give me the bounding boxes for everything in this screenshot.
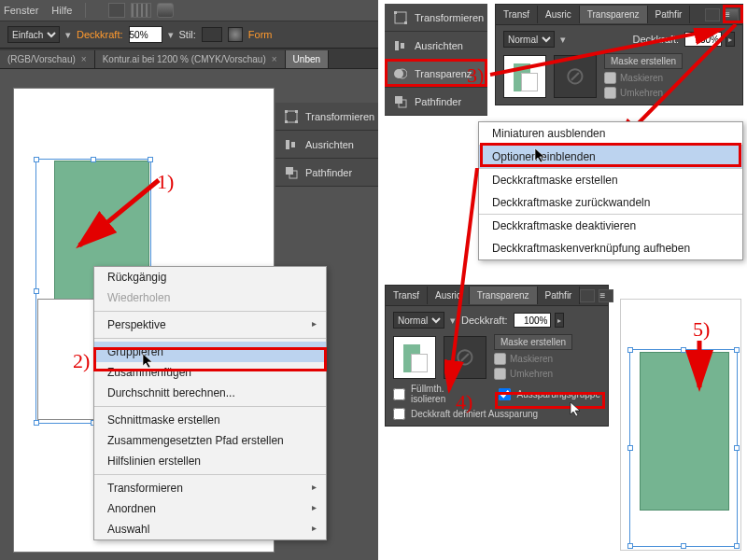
panel-flyout-menu: Miniaturen ausblenden Optionen einblende…	[478, 121, 743, 260]
opacity-flyout-icon[interactable]: ▸	[726, 32, 735, 47]
toolbar-icon-3[interactable]	[157, 3, 174, 18]
ctx-average[interactable]: Durchschnitt berechnen...	[94, 383, 326, 403]
object-thumbnail[interactable]	[503, 55, 546, 98]
ctx-compound-path[interactable]: Zusammengesetzten Pfad erstellen	[94, 430, 326, 451]
menubar-iconbar	[108, 3, 174, 18]
doc-tab-unbenannt[interactable]: Unben	[286, 50, 329, 68]
toolbar-icon-2[interactable]	[131, 3, 151, 18]
menu-help[interactable]: Hilfe	[51, 5, 72, 16]
ctx-clipping-mask[interactable]: Schnittmaske erstellen	[94, 410, 326, 430]
tab-transparenz[interactable]: Transparenz	[580, 6, 648, 23]
result-selection-bounds	[629, 349, 738, 547]
style-icon[interactable]	[228, 27, 243, 42]
tab-ausric[interactable]: Ausric	[428, 287, 470, 304]
stroke-profile-select[interactable]: Einfach	[7, 26, 60, 43]
toolbar-icon-1[interactable]	[108, 3, 125, 18]
svg-rect-12	[404, 21, 407, 24]
style-swatch[interactable]	[202, 27, 222, 42]
annotation-3: 3)	[467, 63, 484, 88]
svg-rect-3	[285, 120, 288, 123]
collapsed-panel-dock: Transformieren Ausrichten Pathfinder	[275, 103, 378, 187]
clip-checkbox	[604, 72, 616, 84]
annotation-4: 4)	[456, 390, 472, 414]
blend-mode-select[interactable]: Normal	[393, 312, 444, 329]
opacity-label: Deckkraft:	[632, 34, 679, 45]
style-label: Stil:	[179, 29, 196, 40]
make-mask-button[interactable]: Maske erstellen	[494, 334, 572, 350]
align-icon	[285, 138, 298, 151]
svg-rect-14	[401, 43, 404, 49]
panel-tab-transform-r[interactable]: Transformieren	[385, 4, 487, 32]
opacity-label: Deckkraft:	[77, 29, 123, 40]
tab-ausric[interactable]: Ausric	[538, 6, 580, 23]
pathfinder-icon	[285, 166, 298, 179]
opacity-label: Deckkraft:	[461, 315, 508, 326]
document-tabstrip: (RGB/Vorschau)× Kontur.ai bei 1200 % (CM…	[0, 49, 378, 69]
align-icon	[394, 39, 407, 52]
make-mask-button[interactable]: Maske erstellen	[604, 53, 683, 69]
panel-tab-transform[interactable]: Transformieren	[275, 103, 378, 131]
mask-thumbnail[interactable]: ⊘	[444, 336, 486, 379]
doc-tab-kontur[interactable]: Kontur.ai bei 1200 % (CMYK/Vorschau)×	[95, 50, 286, 68]
panel-tab-pathfinder-r[interactable]: Pathfinder	[385, 88, 487, 116]
ctx-transform[interactable]: Transformieren	[94, 478, 326, 498]
form-label[interactable]: Form	[248, 29, 273, 40]
ctx-select[interactable]: Auswahl	[94, 519, 326, 539]
opacity-input[interactable]	[684, 32, 722, 47]
ctx-make-guides[interactable]: Hilfslinien erstellen	[94, 451, 326, 471]
annotation-2: 2)	[73, 349, 90, 373]
panel-icon-column: Transformieren Ausrichten Transparenz Pa…	[385, 4, 487, 116]
context-menu: Rückgängig Wiederholen Perspektive Grupp…	[93, 266, 327, 540]
transform-icon	[285, 110, 298, 123]
left-app-region: Fenster Hilfe Einfach ▾ Deckkraft: ▾ Sti…	[0, 0, 378, 560]
tab-pathfinder[interactable]: Pathfir	[538, 287, 581, 304]
pathfinder-icon	[394, 95, 407, 108]
annotation-5: 5)	[693, 317, 710, 342]
svg-rect-2	[295, 110, 298, 113]
invert-checkbox	[494, 368, 506, 380]
isolate-blending-checkbox[interactable]	[393, 388, 405, 400]
close-icon[interactable]: ×	[81, 54, 87, 64]
flyout-unlink-mask[interactable]: Deckkraftmaskenverknüpfung aufheben	[479, 237, 742, 259]
tab-transf[interactable]: Transf	[386, 287, 428, 304]
transparency-panel-expanded: Transf Ausric Transparenz Pathfir ≡ Norm…	[385, 285, 609, 427]
tab-transf[interactable]: Transf	[496, 6, 538, 23]
panel-collapse-icon[interactable]	[705, 8, 720, 21]
close-icon[interactable]: ×	[272, 54, 277, 64]
flyout-hide-thumbs[interactable]: Miniaturen ausblenden	[479, 122, 742, 146]
mask-thumbnail[interactable]: ⊘	[554, 55, 597, 98]
flyout-release-mask[interactable]: Deckkraftmaske zurückwandeln	[479, 191, 742, 215]
knockout-group-checkbox[interactable]	[499, 388, 511, 400]
ctx-undo[interactable]: Rückgängig	[94, 267, 326, 287]
flyout-make-mask[interactable]: Deckkraftmaske erstellen	[479, 169, 742, 191]
panel-menu-icon[interactable]: ≡	[724, 8, 739, 21]
menu-window[interactable]: Fenster	[4, 5, 38, 16]
transparency-icon	[394, 67, 407, 80]
svg-rect-4	[295, 120, 298, 123]
panel-tab-align[interactable]: Ausrichten	[275, 131, 378, 159]
ctx-group[interactable]: Gruppieren	[94, 342, 326, 362]
object-thumbnail[interactable]	[393, 336, 436, 379]
ctx-perspective[interactable]: Perspektive	[94, 315, 326, 335]
panel-tab-align-r[interactable]: Ausrichten	[385, 32, 487, 60]
svg-rect-11	[394, 11, 397, 14]
opacity-input[interactable]	[129, 26, 162, 43]
opacity-input[interactable]	[514, 313, 551, 328]
tab-pathfinder[interactable]: Pathfir	[648, 6, 691, 23]
control-bar: Einfach ▾ Deckkraft: ▾ Stil: Form	[0, 21, 378, 49]
ctx-arrange[interactable]: Anordnen	[94, 498, 326, 519]
tab-transparenz[interactable]: Transparenz	[470, 287, 538, 304]
opacity-flyout-icon[interactable]: ▸	[555, 313, 564, 328]
blend-mode-select[interactable]: Normal	[503, 31, 555, 48]
panel-tab-pathfinder[interactable]: Pathfinder	[275, 159, 378, 187]
menubar: Fenster Hilfe	[0, 0, 378, 21]
ctx-join[interactable]: Zusammenfügen	[94, 362, 326, 383]
panel-collapse-icon[interactable]	[580, 289, 595, 302]
transform-icon	[394, 11, 407, 24]
opacity-defines-knockout-checkbox[interactable]	[393, 408, 405, 420]
flyout-show-options[interactable]: Optionen einblenden	[479, 146, 742, 169]
panel-menu-icon[interactable]: ≡	[599, 289, 613, 302]
flyout-disable-mask[interactable]: Deckkraftmaske deaktivieren	[479, 215, 742, 237]
doc-tab-rgb[interactable]: (RGB/Vorschau)×	[0, 50, 95, 68]
annotation-1: 1)	[157, 170, 174, 194]
